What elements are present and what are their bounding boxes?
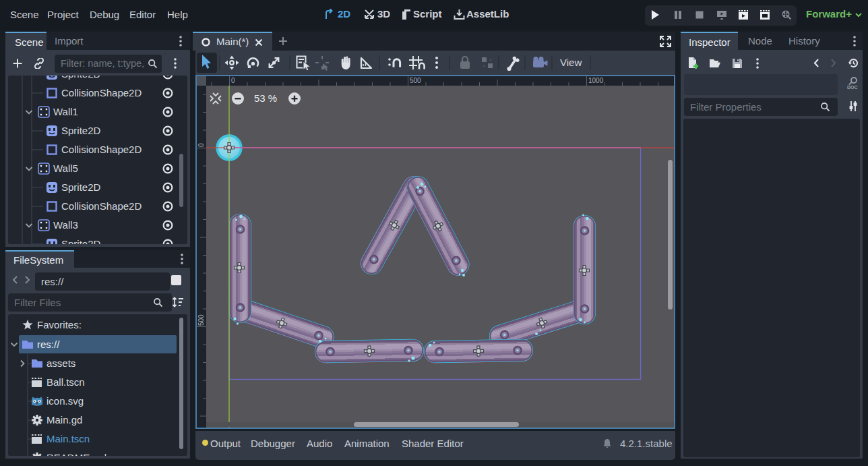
svg-text:500: 500 (410, 77, 421, 84)
svg-text:Favorites:: Favorites: (37, 319, 82, 330)
svg-text:0: 0 (231, 77, 235, 84)
svg-text:500: 500 (197, 314, 205, 326)
svg-text:Sprite2D: Sprite2D (61, 125, 101, 136)
svg-text:Wall5: Wall5 (53, 163, 78, 174)
svg-text:0: 0 (197, 143, 205, 147)
svg-text:Sprite2D: Sprite2D (61, 76, 101, 80)
svg-text:Sprite2D: Sprite2D (61, 238, 101, 244)
svg-text:53 %: 53 % (254, 92, 277, 104)
svg-text:README.md: README.md (46, 452, 106, 456)
svg-text:res://: res:// (37, 339, 60, 350)
svg-text:Wall1: Wall1 (53, 106, 78, 117)
svg-text:DOC: DOC (847, 85, 858, 90)
svg-text:CollisionShape2D: CollisionShape2D (61, 87, 142, 98)
svg-text:CollisionShape2D: CollisionShape2D (61, 144, 142, 155)
svg-text:assets: assets (46, 357, 75, 369)
svg-text:Sprite2D: Sprite2D (61, 181, 101, 193)
svg-text:Main.tscn: Main.tscn (46, 433, 90, 444)
svg-text:Main.gd: Main.gd (46, 414, 82, 426)
svg-text:Wall3: Wall3 (53, 219, 78, 231)
svg-text:icon.svg: icon.svg (46, 395, 84, 407)
svg-text:1000: 1000 (588, 77, 604, 84)
svg-text:View: View (560, 57, 582, 68)
svg-text:Ball.tscn: Ball.tscn (46, 376, 85, 388)
svg-text:CollisionShape2D: CollisionShape2D (61, 200, 142, 212)
